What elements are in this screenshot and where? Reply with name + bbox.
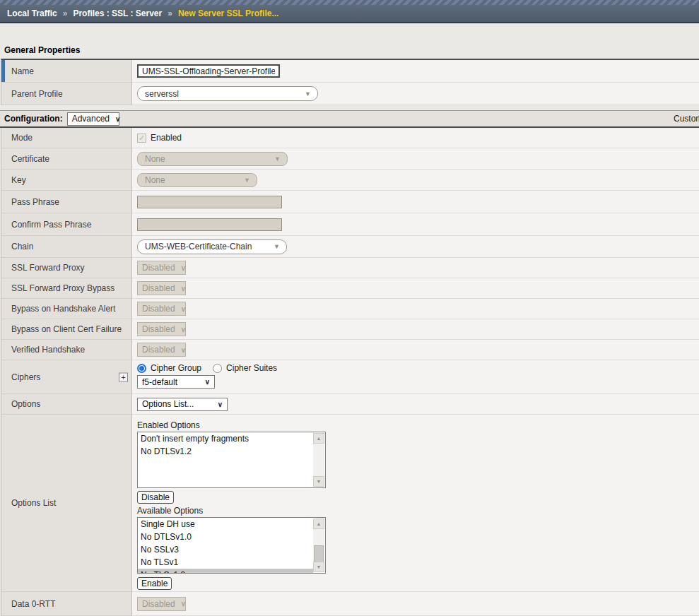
data-0rtt-label: Data 0-RTT [1,592,132,616]
key-select: None ▼ [137,173,257,187]
list-item[interactable]: No DTLSv1.0 [138,531,313,543]
section-title-general-properties: General Properties [4,45,80,55]
table-row-ciphers: Ciphers + Cipher Group Cipher Suites f5-… [1,360,699,394]
certificate-select: None ▼ [137,152,288,166]
enabled-options-listbox[interactable]: Don't insert empty fragments No DTLSv1.2… [137,432,326,488]
configuration-header: Configuration: Advanced ∨ Custom [0,110,699,128]
general-properties-table: Name Parent Profile serverssl ▼ [1,59,699,105]
list-item-selected[interactable]: No TLSv1.3 [138,569,313,574]
mode-checkbox: ✓ [137,134,146,143]
dropdown-arrow-icon: ▼ [244,177,250,183]
table-row-ssl-forward-proxy-bypass: SSL Forward Proxy Bypass Disabled ∨ [1,278,699,299]
cipher-suites-radio[interactable] [213,364,222,373]
ssl-forward-proxy-label: SSL Forward Proxy [1,258,132,278]
table-row-options: Options Options List... ∨ [1,394,699,415]
parent-profile-select[interactable]: serverssl ▼ [137,86,318,101]
scroll-up-icon[interactable]: ▲ [313,433,324,444]
table-row-pass-phrase: Pass Phrase [1,191,699,213]
chevron-down-icon: ∨ [181,305,186,313]
chevron-down-icon: ∨ [115,115,120,123]
ssl-forward-proxy-bypass-label: SSL Forward Proxy Bypass [1,278,132,299]
ciphers-label: Ciphers + [1,360,132,394]
decorative-stripe-band [0,0,699,5]
table-row-options-list: Options List Enabled Options Don't inser… [1,415,699,592]
available-options-listbox[interactable]: Single DH use No DTLSv1.0 No SSLv3 No TL… [137,517,326,574]
breadcrumb-link-local-traffic[interactable]: Local Traffic [7,8,57,18]
dropdown-arrow-icon: ▼ [274,155,281,162]
chevron-down-icon: ∨ [181,600,186,608]
options-label: Options [1,394,132,415]
table-row-verified-handshake: Verified Handshake Disabled ∨ [1,340,699,360]
scroll-up-icon[interactable]: ▲ [313,519,324,529]
list-item[interactable]: Don't insert empty fragments [138,432,313,445]
certificate-label: Certificate [1,148,132,170]
name-label: Name [1,60,132,83]
table-row-name: Name [1,60,699,83]
confirm-pass-phrase-input [137,218,282,231]
bypass-on-client-cert-failure-label: Bypass on Client Cert Failure [1,319,132,340]
chevron-down-icon: ∨ [181,326,186,333]
options-list-select[interactable]: Options List... ∨ [137,398,228,411]
list-item[interactable]: No SSLv3 [138,543,313,556]
breadcrumb: Local Traffic » Profiles : SSL : Server … [0,5,699,23]
key-label: Key [1,170,132,191]
breadcrumb-current-page: New Server SSL Profile... [178,8,279,18]
list-item[interactable]: No DTLSv1.2 [138,445,313,458]
table-row-confirm-pass-phrase: Confirm Pass Phrase [1,213,699,236]
enable-button[interactable]: Enable [137,577,172,590]
verified-handshake-select: Disabled ∨ [137,343,186,357]
chevron-down-icon: ∨ [181,285,186,292]
custom-column-label: Custom [674,114,699,124]
cipher-group-radio-label: Cipher Group [151,363,201,373]
breadcrumb-separator-icon: » [168,8,172,18]
scrollbar[interactable]: ▲ ▼ [313,433,324,487]
mode-checkbox-label: Enabled [151,133,182,143]
table-row-chain: Chain UMS-WEB-Certificate-Chain ▼ [1,236,699,258]
mode-label: Mode [1,128,132,148]
enabled-options-title: Enabled Options [137,420,699,430]
data-0rtt-select: Disabled ∨ [137,597,186,611]
disable-button[interactable]: Disable [137,491,174,504]
chevron-down-icon: ∨ [181,346,186,354]
cipher-group-radio[interactable] [137,364,146,373]
list-item[interactable]: No TLSv1 [138,556,313,569]
check-icon: ✓ [139,134,145,143]
chain-label: Chain [1,236,132,258]
chevron-down-icon: ∨ [218,401,223,408]
chain-select[interactable]: UMS-WEB-Certificate-Chain ▼ [137,239,287,254]
table-row-key: Key None ▼ [1,170,699,191]
scroll-down-icon[interactable]: ▼ [313,476,324,487]
breadcrumb-separator-icon: » [63,8,68,18]
breadcrumb-link-profiles-ssl-server[interactable]: Profiles : SSL : Server [73,8,162,18]
available-options-title: Available Options [137,506,699,516]
configuration-level-select[interactable]: Advanced ∨ [67,112,119,126]
table-row-data-0rtt: Data 0-RTT Disabled ∨ [1,592,699,616]
ssl-forward-proxy-bypass-select: Disabled ∨ [137,281,186,295]
bypass-on-client-cert-failure-select: Disabled ∨ [137,322,186,336]
table-row-mode: Mode ✓ Enabled [1,128,699,148]
dropdown-arrow-icon: ▼ [274,244,280,250]
name-input[interactable] [137,64,280,78]
table-row-ssl-forward-proxy: SSL Forward Proxy Disabled ∨ [1,258,699,278]
table-row-parent-profile: Parent Profile serverssl ▼ [1,83,699,105]
cipher-group-select[interactable]: f5-default ∨ [137,375,215,389]
scrollbar[interactable]: ▲ ▼ [313,519,324,572]
ciphers-expand-button[interactable]: + [119,372,128,381]
table-row-bypass-on-client-cert-failure: Bypass on Client Cert Failure Disabled ∨ [1,319,699,340]
ssl-forward-proxy-select: Disabled ∨ [137,261,186,275]
bypass-on-handshake-alert-label: Bypass on Handshake Alert [1,299,132,319]
pass-phrase-input [137,196,282,208]
dropdown-arrow-icon: ▼ [305,90,311,97]
parent-profile-label: Parent Profile [1,83,132,105]
confirm-pass-phrase-label: Confirm Pass Phrase [1,213,132,236]
table-row-certificate: Certificate None ▼ [1,148,699,170]
cipher-suites-radio-label: Cipher Suites [226,363,277,373]
list-item[interactable]: Single DH use [138,518,313,531]
chevron-down-icon: ∨ [205,378,210,386]
table-row-bypass-on-handshake-alert: Bypass on Handshake Alert Disabled ∨ [1,299,699,319]
configuration-table: Mode ✓ Enabled Certificate None ▼ Key No… [1,128,699,616]
configuration-label: Configuration: [4,114,63,124]
scroll-down-icon[interactable]: ▼ [313,562,324,572]
bypass-on-handshake-alert-select: Disabled ∨ [137,302,186,316]
pass-phrase-label: Pass Phrase [1,191,132,213]
